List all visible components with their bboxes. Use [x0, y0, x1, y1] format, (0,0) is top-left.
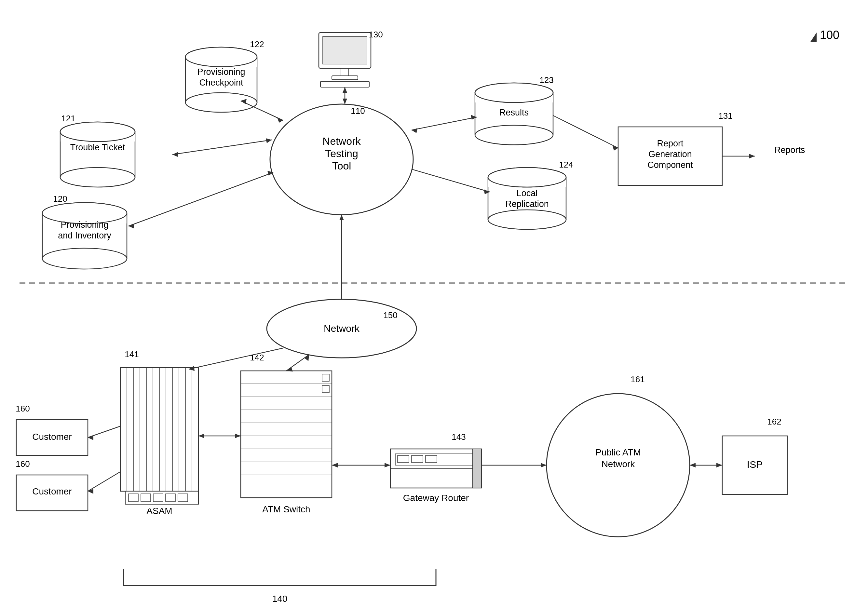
co-equipment-ref: 140 [272, 594, 288, 604]
atm-switch-label: ATM Switch [262, 504, 310, 514]
svg-point-27 [488, 168, 566, 187]
trouble-ticket-label: Trouble Ticket [70, 143, 125, 152]
svg-rect-94 [473, 449, 482, 488]
atm-switch-node [241, 371, 332, 498]
svg-point-2 [270, 104, 413, 215]
svg-rect-90 [398, 455, 409, 462]
local-rep-label2: Replication [505, 199, 549, 209]
ntt-ref: 110 [351, 106, 365, 116]
svg-rect-0 [0, 0, 868, 608]
prov-checkpoint-label2: Checkpoint [199, 78, 243, 87]
customer2-label: Customer [32, 486, 71, 496]
ntt-label: Network [322, 135, 361, 147]
prov-checkpoint-label: Provisioning [197, 67, 245, 77]
svg-rect-87 [322, 386, 329, 392]
results-label: Results [499, 108, 529, 118]
svg-rect-33 [321, 81, 369, 87]
svg-point-15 [42, 248, 127, 269]
svg-rect-32 [332, 76, 358, 80]
report-gen-ref: 131 [718, 111, 732, 121]
results-ref: 123 [539, 75, 553, 85]
local-rep-ref: 124 [559, 160, 573, 169]
svg-point-7 [186, 47, 257, 67]
svg-rect-73 [141, 494, 150, 502]
workstation-ref: 130 [369, 29, 383, 39]
isp-label: ISP [747, 459, 763, 470]
atm-switch-ref: 142 [250, 353, 264, 362]
asam-ref: 141 [125, 349, 139, 359]
diagram-ref: 100 [820, 28, 839, 42]
svg-point-22 [475, 83, 553, 102]
customer1-label: Customer [32, 432, 71, 442]
local-replication-node [488, 168, 566, 230]
report-gen-label3: Component [648, 160, 693, 170]
customer2-ref: 160 [16, 459, 29, 469]
ntt-label2: Testing [325, 148, 358, 160]
svg-point-10 [60, 168, 135, 187]
svg-rect-92 [426, 455, 437, 462]
asam-node [120, 368, 198, 504]
network-ref: 150 [383, 310, 397, 320]
network-label: Network [324, 323, 360, 334]
trouble-ticket-ref: 121 [61, 113, 75, 123]
svg-rect-91 [412, 455, 423, 462]
public-atm-label2: Network [601, 459, 636, 469]
isp-ref: 162 [767, 417, 781, 427]
svg-rect-75 [166, 494, 175, 502]
prov-inv-label2: and Inventory [58, 231, 111, 240]
gateway-router-label: Gateway Router [403, 493, 469, 503]
svg-point-12 [60, 122, 135, 141]
ntt-label3: Tool [332, 160, 351, 172]
svg-rect-86 [322, 374, 329, 381]
svg-point-5 [186, 93, 257, 112]
public-atm-label: Public ATM [595, 447, 641, 458]
svg-rect-31 [341, 68, 349, 76]
trouble-ticket-node [60, 122, 135, 187]
prov-inv-ref: 120 [53, 194, 67, 204]
customer1-ref: 160 [16, 404, 29, 414]
svg-rect-72 [129, 494, 138, 502]
svg-rect-30 [323, 36, 367, 64]
report-gen-label2: Generation [648, 149, 692, 159]
svg-point-20 [475, 125, 553, 145]
gateway-router-ref: 143 [451, 432, 465, 442]
svg-rect-76 [178, 494, 188, 502]
public-atm-ref: 161 [631, 374, 645, 384]
asam-label: ASAM [146, 506, 172, 516]
local-rep-label: Local [517, 188, 538, 198]
svg-rect-77 [241, 371, 332, 498]
gateway-router-node [391, 449, 482, 488]
svg-rect-74 [153, 494, 163, 502]
prov-checkpoint-ref: 122 [250, 39, 264, 49]
reports-label: Reports [774, 145, 805, 155]
report-gen-label: Report [657, 139, 684, 148]
prov-inv-label: Provisioning [60, 220, 108, 230]
svg-point-25 [488, 210, 566, 230]
